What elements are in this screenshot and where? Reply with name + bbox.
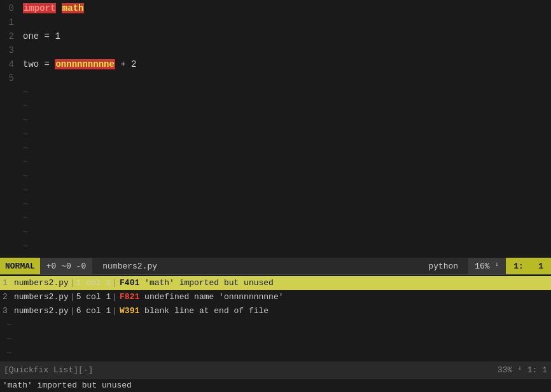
token-math: math	[62, 3, 85, 13]
line-num-0: 0	[0, 1, 19, 15]
qf-loc-3: 6 col 1	[76, 304, 111, 318]
qf-status-title: [Quickfix List][-]	[4, 365, 93, 375]
quickfix-status-bar: [Quickfix List][-] 33% ꜜ 1: 1	[0, 361, 551, 378]
line-2: 2 one = 1	[0, 29, 551, 43]
qf-msg-3: W391 blank line at end of file	[120, 304, 269, 318]
cmd-text: 'math' imported but unused	[3, 381, 132, 390]
line-content-0: import math	[19, 1, 84, 15]
qf-code-1: F401	[120, 278, 139, 288]
status-filename: numbers2.py	[92, 260, 167, 272]
tilde-3: ~	[0, 113, 551, 127]
qf-num-1: 1	[3, 276, 14, 290]
editor-area: 0 import math 1 2 one = 1 3 4 two = onnn…	[0, 0, 551, 258]
qf-msg-1: F401 'math' imported but unused	[120, 276, 274, 290]
qf-pipe-3: |	[70, 304, 75, 318]
line-content-4: two = onnnnnnnnne + 2	[19, 57, 136, 71]
tilde-6: ~	[0, 155, 551, 169]
line-num-4: 4	[0, 57, 19, 71]
qf-file-3: numbers2.py	[14, 304, 69, 318]
qf-pipe-2: |	[70, 290, 75, 304]
code-lines: 0 import math 1 2 one = 1 3 4 two = onnn…	[0, 0, 551, 258]
cmd-line: 'math' imported but unused	[0, 378, 551, 392]
main-status-bar: NORMAL +0 ~0 -0 numbers2.py python 16% ꜜ…	[0, 258, 551, 274]
line-num-1: 1	[0, 15, 19, 29]
line-num-5: 5	[0, 71, 19, 85]
qf-file-2: numbers2.py	[14, 290, 69, 304]
status-position: 1: 1	[506, 258, 551, 274]
qf-pipe-2b: |	[112, 290, 117, 304]
qf-pipe-3b: |	[112, 304, 117, 318]
tilde-5: ~	[0, 141, 551, 155]
line-num-3: 3	[0, 43, 19, 57]
quickfix-item-1[interactable]: 1 numbers2.py | 1 col 1 | F401 'math' im…	[0, 276, 551, 290]
qf-loc-2: 5 col 1	[76, 290, 111, 304]
qf-pipe-1: |	[70, 276, 75, 290]
quickfix-lines: 1 numbers2.py | 1 col 1 | F401 'math' im…	[0, 275, 551, 361]
line-0: 0 import math	[0, 1, 551, 15]
token-import: import	[23, 3, 56, 13]
line-content-2: one = 1	[19, 29, 60, 43]
status-filetype: python	[418, 260, 468, 272]
quickfix-area: 1 numbers2.py | 1 col 1 | F401 'math' im…	[0, 274, 551, 361]
tilde-13: ~	[0, 253, 551, 258]
quickfix-item-3[interactable]: 3 numbers2.py | 6 col 1 | W391 blank lin…	[0, 304, 551, 318]
tilde-1: ~	[0, 85, 551, 99]
qf-status-pos: 33% ꜜ 1: 1	[498, 365, 547, 375]
line-3: 3	[0, 43, 551, 57]
status-git: +0 ~0 -0	[40, 258, 92, 274]
token-onnnn: onnnnnnnnne	[55, 59, 115, 69]
qf-loc-1: 1 col 1	[76, 276, 111, 290]
tilde-7: ~	[0, 169, 551, 183]
qf-code-2: F821	[120, 292, 139, 302]
line-num-2: 2	[0, 29, 19, 43]
qf-tilde-1: ~	[0, 318, 551, 332]
tilde-2: ~	[0, 99, 551, 113]
tilde-8: ~	[0, 183, 551, 197]
quickfix-item-2[interactable]: 2 numbers2.py | 5 col 1 | F821 undefined…	[0, 290, 551, 304]
line-4: 4 two = onnnnnnnnne + 2	[0, 57, 551, 71]
tilde-9: ~	[0, 197, 551, 211]
tilde-11: ~	[0, 225, 551, 239]
status-percent: 16% ꜜ	[468, 258, 506, 274]
qf-num-3: 3	[3, 304, 14, 318]
qf-num-2: 2	[3, 290, 14, 304]
line-5: 5	[0, 71, 551, 85]
status-mode: NORMAL	[0, 258, 40, 274]
qf-file-1: numbers2.py	[14, 276, 69, 290]
tilde-12: ~	[0, 239, 551, 253]
qf-tilde-3: ~	[0, 346, 551, 360]
qf-code-3: W391	[120, 306, 139, 316]
qf-pipe-1b: |	[112, 276, 117, 290]
qf-tilde-2: ~	[0, 332, 551, 346]
line-1: 1	[0, 15, 551, 29]
tilde-10: ~	[0, 211, 551, 225]
tilde-4: ~	[0, 127, 551, 141]
qf-msg-2: F821 undefined name 'onnnnnnnnne'	[120, 290, 283, 304]
